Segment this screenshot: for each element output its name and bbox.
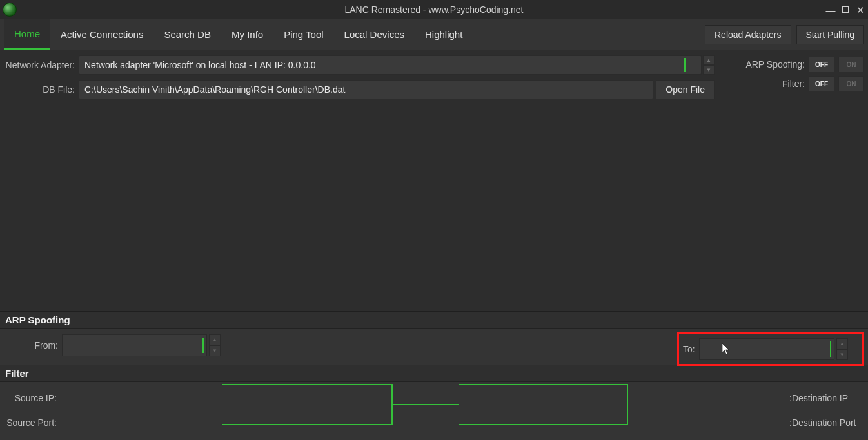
tab-my-info[interactable]: My Info [221,19,273,50]
combo-marker-icon [830,341,831,357]
tabbar: Home Active Connections Search DB My Inf… [0,19,868,50]
minimize-icon[interactable]: — [825,5,836,15]
arp-to-combo[interactable] [699,338,834,360]
filter-body: Source IP: :Destination IP Source Port: … [0,382,868,440]
db-file-field[interactable]: C:\Users\Sachin Vinith\AppData\Roaming\R… [79,80,653,99]
tab-highlight[interactable]: Highlight [415,19,473,50]
chevron-up-icon[interactable]: ▲ [703,55,715,65]
config-row: Network Adapter: Network adapter 'Micros… [0,50,868,100]
start-pulling-button[interactable]: Start Pulling [796,25,864,44]
tab-local-devices[interactable]: Local Devices [334,19,415,50]
tab-home[interactable]: Home [4,19,50,50]
app-globe-icon [3,3,17,17]
tab-ping-tool[interactable]: Ping Tool [273,19,333,50]
main-empty-area [0,100,868,311]
network-adapter-label: Network Adapter: [4,60,79,70]
filter-toggle-off[interactable]: OFF [809,76,834,91]
combo-marker-icon [684,58,686,72]
db-file-value: C:\Users\Sachin Vinith\AppData\Roaming\R… [84,84,345,95]
reload-adapters-button[interactable]: Reload Adapters [705,25,791,44]
chevron-up-icon[interactable]: ▲ [209,334,221,345]
window-title: LANC Remastered - www.PsychoCoding.net [0,5,868,15]
network-adapter-value: Network adapter 'Microsoft' on local hos… [84,60,316,70]
network-adapter-combo[interactable]: Network adapter 'Microsoft' on local hos… [79,55,702,75]
filter-toggle-label: Filter: [782,79,805,89]
arp-spoofing-toggle-on[interactable]: ON [838,57,864,72]
window-controls: — ✕ [825,0,865,19]
source-ip-label: Source IP: [5,393,59,403]
open-file-button[interactable]: Open File [656,80,715,99]
section-filter-header: Filter [0,365,868,382]
filter-toggle-on[interactable]: ON [838,76,864,91]
arp-spoofing-row: From: ▲ ▼ To: ▲ ▼ [0,329,868,365]
close-icon[interactable]: ✕ [855,5,865,15]
network-adapter-stepper[interactable]: ▲ ▼ [703,55,715,75]
arp-to-highlight-box: To: ▲ ▼ [677,332,864,366]
section-arp-spoofing-header: ARP Spoofing [0,311,868,329]
db-file-label: DB File: [4,84,79,95]
destination-port-label: :Destination Port [785,417,863,428]
arp-from-stepper[interactable]: ▲ ▼ [209,334,221,356]
source-port-label: Source Port: [5,417,59,428]
tab-active-connections[interactable]: Active Connections [50,19,153,50]
combo-marker-icon [202,338,204,353]
arp-from-combo[interactable] [62,334,207,356]
arp-to-label: To: [683,344,699,354]
titlebar: LANC Remastered - www.PsychoCoding.net —… [0,0,868,19]
destination-ip-label: :Destination IP [785,393,863,403]
chevron-down-icon[interactable]: ▼ [209,345,221,356]
arp-from-label: From: [5,340,62,350]
chevron-down-icon[interactable]: ▼ [836,349,848,360]
tab-search-db[interactable]: Search DB [153,19,221,50]
chevron-down-icon[interactable]: ▼ [703,65,715,75]
maximize-icon[interactable] [842,6,849,13]
arp-spoofing-toggle-off[interactable]: OFF [809,57,834,72]
arp-spoofing-toggle-label: ARP Spoofing: [745,59,805,70]
chevron-up-icon[interactable]: ▲ [836,338,848,349]
arp-to-stepper[interactable]: ▲ ▼ [836,338,848,360]
